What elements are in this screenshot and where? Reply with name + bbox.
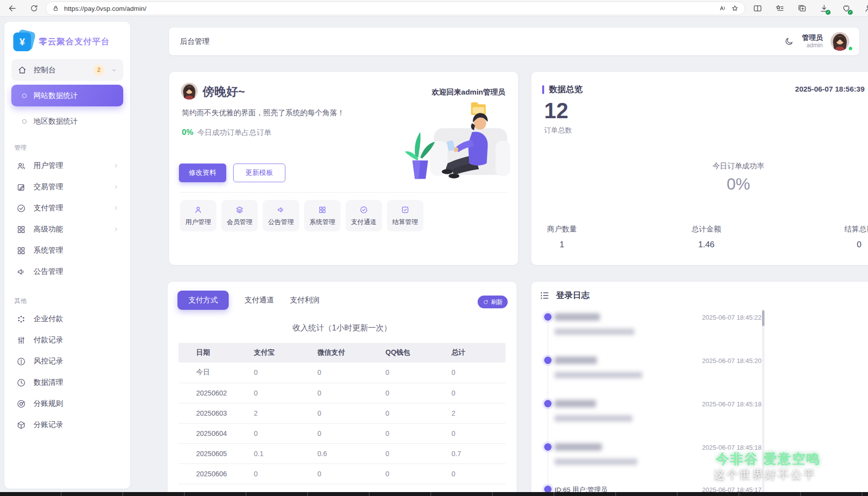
- watermark-text-white: 这个世界好不公平: [714, 467, 816, 482]
- list-icon: [539, 290, 550, 301]
- col-wechat: 微信支付: [317, 343, 385, 363]
- sidebar-item-user-management[interactable]: 用户管理: [11, 155, 123, 176]
- browser-profile-icon[interactable]: [863, 3, 868, 14]
- sidebar-item-announcement-management[interactable]: 公告管理: [11, 261, 123, 282]
- address-bar[interactable]: https://pay.0vsp.com/admin/: [45, 1, 745, 15]
- scrollbar-thumb[interactable]: [762, 310, 764, 326]
- page-header: 后台管理 管理员 admin: [169, 28, 859, 55]
- table-row: 今日0000: [178, 363, 506, 383]
- order-success-rate: 今日订单成功率 0%: [694, 162, 783, 194]
- logo-icon: ¥: [13, 32, 33, 51]
- check-circle-icon: [16, 203, 26, 213]
- avatar: [181, 83, 198, 99]
- sidebar-item-transaction-management[interactable]: 交易管理: [11, 176, 123, 198]
- edit-profile-button[interactable]: 修改资料: [179, 164, 226, 182]
- tab-payment-channel[interactable]: 支付通道: [244, 291, 274, 310]
- speaker-icon: [277, 205, 285, 214]
- title-accent-bar: [542, 85, 544, 94]
- refresh-button[interactable]: 刷新: [478, 296, 508, 308]
- taskbar-strip: [0, 492, 868, 496]
- timeline-dot: [544, 313, 552, 321]
- lock-icon: [52, 4, 60, 12]
- quick-action-user-management[interactable]: 用户管理: [180, 200, 216, 231]
- sidebar-item-data-cleanup[interactable]: 数据清理: [11, 372, 123, 393]
- favorites-icon[interactable]: [774, 3, 785, 14]
- log-entry: 2025-06-07 18:45:20: [531, 356, 766, 399]
- app-title: 零云聚合支付平台: [39, 36, 110, 47]
- welcome-back-text: 欢迎回来admin管理员: [432, 88, 505, 97]
- bullet-icon: [22, 94, 27, 98]
- browser-back-button[interactable]: [5, 1, 20, 15]
- quick-action-member-management[interactable]: 会员管理: [221, 200, 258, 231]
- grid-icon: [318, 205, 327, 214]
- check-circle-icon: [359, 205, 368, 214]
- blurred-log-text: [555, 459, 637, 465]
- overview-title: 数据总览: [542, 84, 583, 95]
- sidebar-item-enterprise-payment[interactable]: 企业付款: [11, 308, 123, 330]
- divider: [180, 192, 507, 193]
- welcome-subtitle: 简约而不失优雅的界面，照亮了系统的每个角落！: [182, 108, 345, 118]
- quick-action-announcement-management[interactable]: 公告管理: [263, 200, 299, 231]
- favorite-star-icon[interactable]: [731, 4, 739, 12]
- page-title: 后台管理: [180, 37, 209, 46]
- grid-icon: [16, 225, 26, 234]
- table-row: 202506020000: [178, 383, 506, 403]
- sidebar-item-region-stats[interactable]: 地区数据统计: [11, 110, 123, 132]
- console-badge: 2: [93, 65, 104, 76]
- chevron-right-icon: [113, 163, 119, 169]
- sidebar-item-payment-records[interactable]: 付款记录: [11, 330, 123, 351]
- col-total: 总计: [451, 343, 506, 363]
- log-entry: 2025-06-07 18:45:18: [531, 399, 766, 442]
- blurred-log-text: [555, 400, 596, 407]
- table-row: 202506050.10.600.7: [178, 443, 506, 463]
- welcome-illustration: [399, 98, 511, 182]
- sidebar-section-management: 管理: [14, 144, 120, 152]
- blurred-log-text: [555, 357, 597, 364]
- sidebar-item-risk-records[interactable]: 风控记录: [11, 351, 123, 372]
- today-success-rate: 0%今日成功订单占总订单: [182, 128, 271, 137]
- app-logo: ¥ 零云聚合支付平台: [11, 31, 123, 59]
- target-icon: [16, 399, 26, 409]
- sidebar-item-console[interactable]: 控制台 2: [11, 59, 123, 81]
- quick-action-settlement-management[interactable]: 结算管理: [387, 200, 423, 231]
- table-row: 202506032002: [178, 403, 506, 423]
- dark-mode-icon[interactable]: [784, 36, 794, 46]
- person-icon: [194, 205, 203, 214]
- sidebar-item-site-stats[interactable]: 网站数据统计: [11, 85, 123, 106]
- sidebar-item-split-records[interactable]: 分账记录: [11, 414, 123, 435]
- income-table: 日期 支付宝 微信支付 QQ钱包 总计 今日0000 202506020000 …: [178, 343, 506, 484]
- quick-action-payment-channel[interactable]: 支付通道: [346, 200, 382, 231]
- sidebar-item-payment-management[interactable]: 支付管理: [11, 198, 123, 219]
- split-screen-icon[interactable]: [752, 3, 763, 14]
- sidebar-item-advanced-features[interactable]: 高级功能: [11, 219, 123, 240]
- browser-essentials-icon[interactable]: ✓: [841, 3, 852, 14]
- bullet-icon: [22, 119, 27, 124]
- tab-payment-profit[interactable]: 支付利润: [290, 291, 319, 310]
- layers-icon: [235, 205, 244, 214]
- collections-icon[interactable]: [797, 3, 807, 14]
- sidebar-item-system-management[interactable]: 系统管理: [11, 240, 123, 261]
- downloads-icon[interactable]: ✓: [819, 3, 830, 14]
- chevron-right-icon: [113, 226, 119, 232]
- users-icon: [16, 161, 26, 171]
- read-aloud-icon[interactable]: [719, 4, 727, 12]
- table-header-row: 日期 支付宝 微信支付 QQ钱包 总计: [178, 343, 506, 363]
- timeline-dot: [544, 443, 552, 451]
- quick-action-system-management[interactable]: 系统管理: [304, 200, 341, 231]
- speaker-icon: [16, 267, 26, 277]
- col-alipay: 支付宝: [254, 343, 317, 363]
- browser-reload-button[interactable]: [27, 1, 41, 15]
- chevron-right-icon: [113, 184, 119, 190]
- table-row: 202506040000: [178, 423, 506, 443]
- avatar[interactable]: [831, 32, 849, 51]
- blurred-log-text: [555, 329, 634, 335]
- sidebar-item-split-rules[interactable]: 分账规则: [11, 393, 123, 414]
- user-info[interactable]: 管理员 admin: [802, 33, 823, 50]
- data-overview-card: 数据总览 2025-06-07 18:56:39 12 订单总数 今日订单成功率…: [531, 72, 868, 265]
- update-template-button[interactable]: 更新模板: [233, 164, 285, 182]
- blurred-log-text: [555, 313, 600, 321]
- url-text: https://pay.0vsp.com/admin/: [64, 5, 146, 12]
- blurred-log-text: [555, 372, 642, 378]
- online-status-dot: [848, 46, 853, 51]
- tab-payment-method[interactable]: 支付方式: [177, 291, 229, 310]
